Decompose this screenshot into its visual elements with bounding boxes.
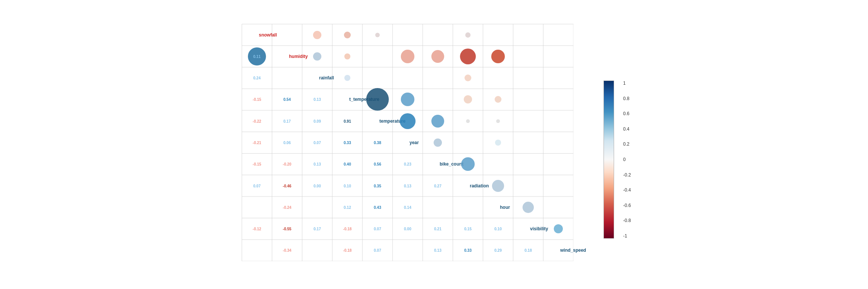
correlation-dot: [313, 31, 321, 39]
correlation-value: 0.24: [253, 76, 260, 80]
correlation-value: 0.54: [283, 97, 290, 102]
legend-color-bar: [604, 81, 614, 239]
correlation-dot: [431, 50, 444, 63]
correlation-value: -0.24: [283, 205, 292, 209]
correlation-value: 0.07: [253, 184, 260, 188]
correlation-value: 0.00: [313, 184, 321, 188]
correlation-dot: [460, 49, 476, 64]
legend-tick: 0.6: [623, 111, 631, 116]
correlation-dot: [434, 138, 442, 147]
legend-tick: -0.8: [623, 218, 631, 223]
correlation-value: 0.40: [344, 162, 351, 166]
matrix-area: snowfallhumidityrainfallt_temperaturetem…: [227, 13, 641, 276]
correlation-value: 0.07: [374, 227, 381, 231]
legend-tick: 0: [623, 157, 631, 162]
correlation-value: 0.10: [494, 227, 501, 231]
correlation-dot: [461, 157, 475, 171]
correlation-dot: [344, 53, 350, 59]
correlation-value: 0.21: [434, 227, 441, 231]
row-label-hour: hour: [500, 205, 573, 210]
correlation-dot: [401, 93, 414, 106]
correlation-dot: [375, 33, 380, 37]
row-label-bike_count: bike_count: [440, 161, 573, 167]
chart-container: snowfallhumidityrainfallt_temperaturetem…: [189, 5, 679, 284]
correlation-value: -0.22: [253, 119, 261, 123]
correlation-value: 0.35: [374, 184, 381, 188]
legend-tick: 0.2: [623, 141, 631, 147]
legend-section: 10.80.60.40.20-0.2-0.4-0.6-0.8-1: [596, 13, 641, 276]
correlation-value: 0.18: [524, 248, 532, 252]
correlation-value: 0.56: [374, 162, 381, 166]
correlation-dot: [491, 50, 505, 63]
correlation-value: 0.23: [404, 162, 411, 166]
correlation-value: 0.07: [313, 141, 321, 145]
grid-section: snowfallhumidityrainfallt_temperaturetem…: [227, 13, 596, 276]
correlation-dot: [495, 96, 501, 103]
correlation-value: -0.18: [343, 227, 352, 231]
correlation-value: -0.18: [343, 248, 352, 252]
correlation-value: -0.20: [283, 162, 292, 166]
correlation-dot: [366, 88, 389, 111]
correlation-value: 0.07: [374, 248, 381, 252]
correlation-grid: snowfallhumidityrainfallt_temperaturetem…: [227, 13, 573, 261]
legend-tick: -0.4: [623, 187, 631, 193]
correlation-value: 0.13: [313, 97, 321, 102]
correlation-value: 0.13: [404, 184, 411, 188]
correlation-value: 0.14: [404, 205, 411, 209]
correlation-value: -0.15: [253, 97, 261, 102]
correlation-value: -0.34: [283, 248, 292, 252]
correlation-dot: [344, 75, 350, 81]
legend-wrapper: 10.80.60.40.20-0.2-0.4-0.6-0.8-1: [604, 81, 614, 239]
legend-tick: -1: [623, 233, 631, 239]
correlation-value: 0.17: [283, 119, 290, 123]
row-label-rainfall: rainfall: [319, 75, 573, 81]
legend-tick: -0.6: [623, 203, 631, 208]
correlation-dot: [400, 113, 416, 129]
correlation-dot: [431, 115, 444, 128]
correlation-value: 0.11: [253, 54, 260, 58]
correlation-value: 0.10: [344, 184, 351, 188]
correlation-value: 0.00: [404, 227, 411, 231]
correlation-value: -0.21: [253, 141, 261, 145]
legend-tick: 0.8: [623, 96, 631, 101]
correlation-value: 0.29: [494, 248, 501, 252]
correlation-dot: [495, 140, 501, 146]
correlation-value: 0.09: [313, 119, 321, 123]
correlation-dot: [466, 119, 470, 123]
row-label-wind_speed: wind_speed: [560, 248, 573, 253]
correlation-value: 0.43: [374, 205, 381, 209]
correlation-value: -0.46: [283, 184, 292, 188]
legend-tick: -0.2: [623, 172, 631, 178]
row-label-visibility: visibility: [530, 226, 573, 231]
row-label-radiation: radiation: [470, 183, 573, 189]
correlation-value: 0.27: [434, 184, 441, 188]
correlation-value: 0.12: [344, 205, 351, 209]
legend-tick: 1: [623, 81, 631, 86]
correlation-dot: [554, 224, 563, 233]
correlation-value: 0.15: [464, 227, 471, 231]
correlation-value: -0.12: [253, 227, 261, 231]
correlation-dot: [465, 75, 471, 81]
correlation-value: 0.17: [313, 227, 321, 231]
correlation-value: 0.13: [434, 248, 441, 252]
correlation-value: 0.91: [344, 119, 351, 123]
correlation-value: 0.13: [313, 162, 321, 166]
correlation-value: 0.38: [374, 141, 381, 145]
correlation-value: 0.06: [283, 141, 290, 145]
correlation-dot: [344, 32, 351, 38]
correlation-value: 0.33: [464, 248, 471, 252]
correlation-dot: [401, 50, 414, 63]
correlation-dot: [465, 32, 471, 38]
correlation-value: 0.33: [344, 141, 351, 145]
correlation-dot: [313, 52, 321, 61]
correlation-value: -0.55: [283, 227, 292, 231]
correlation-dot: [464, 95, 472, 103]
correlation-value: -0.15: [253, 162, 261, 166]
correlation-dot: [492, 180, 504, 192]
row-label-snowfall: snowfall: [259, 32, 573, 38]
legend-tick: 0.4: [623, 126, 631, 132]
legend-tick-labels: 10.80.60.40.20-0.2-0.4-0.6-0.8-1: [623, 81, 631, 239]
correlation-dot: [523, 202, 534, 213]
correlation-dot: [496, 119, 500, 123]
